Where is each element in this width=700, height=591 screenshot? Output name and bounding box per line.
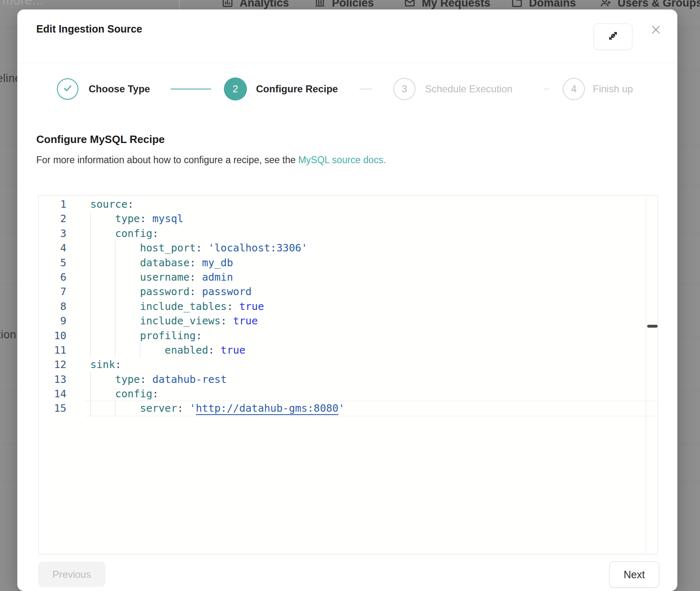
code-line[interactable]: 10profiling: [39,328,658,343]
indent-guide [90,256,91,270]
code-token-url: http://datahub-gms:8080 [196,402,338,415]
next-button[interactable]: Next [609,561,659,588]
code-line[interactable]: 7password: password [39,284,658,299]
indent-guide [90,328,91,343]
code-token-punct: : [140,373,152,385]
line-number: 1 [39,197,66,211]
expand-button[interactable] [594,23,632,50]
step-1-label[interactable]: Choose Type [89,78,150,100]
code-token-key: database [140,257,189,269]
code-token-scalar: admin [202,271,233,283]
indent-guide [90,226,91,241]
step-2-label[interactable]: Configure Recipe [256,78,338,100]
code-line[interactable]: 2type: mysql [39,211,658,226]
step-2-circle[interactable]: 2 [224,77,247,101]
line-number: 9 [39,314,66,328]
code-line[interactable]: 5database: my_db [39,256,658,270]
editor-scrollbar-thumb[interactable] [647,325,658,328]
code-token-str: 'localhost:3306' [208,242,308,254]
bg-text-fragment: tion [0,328,16,341]
indent-guide [90,372,91,387]
code-token-key: config [115,388,152,400]
code-line[interactable]: 9include_views: true [39,314,658,328]
code-token-key: type [115,373,140,385]
analytics-icon [222,0,233,9]
code-line[interactable]: 6username: admin [39,270,658,284]
code-line[interactable]: 3config: [39,226,658,241]
indent-guide [115,284,115,299]
code-lines: 1source:2type: mysql3config:4host_port: … [39,197,658,416]
line-number: 11 [39,343,66,357]
code-line[interactable]: 12sink: [39,357,658,372]
line-number: 12 [39,357,66,372]
modal-title: Edit Ingestion Source [36,23,142,35]
indent-guide [90,299,91,314]
domains-icon [511,0,523,9]
code-line[interactable]: 15server: 'http://datahub-gms:8080' [39,401,658,415]
step-4-number: 4 [571,83,576,95]
indent-guide [90,241,91,255]
stepper-connector [359,89,372,89]
code-token-scalar: datahub-rest [153,373,227,385]
code-line[interactable]: 14config: [39,387,658,401]
code-token-punct: : [140,213,152,225]
step-3-circle[interactable]: 3 [393,78,416,100]
code-token-key: source [90,198,127,210]
indent-guide [90,314,91,328]
step-3-label[interactable]: Schedule Execution [425,78,512,100]
line-number: 5 [39,256,66,270]
source-docs-link[interactable]: MySQL source docs. [298,155,386,165]
code-token-key: password [140,286,189,298]
indent-guide [90,401,91,415]
indent-guide [115,241,115,255]
page: { "background": { "search_fragment": "mo… [0,0,700,591]
code-token-punct: : [196,242,208,254]
code-line[interactable]: 8include_tables: true [39,299,658,314]
line-number: 15 [39,401,66,415]
section-description: For more information about how to config… [36,155,386,166]
code-token-key: host_port [140,242,195,254]
code-token-punct: : [196,330,202,342]
step-4-circle[interactable]: 4 [563,78,585,100]
code-token-key: include_tables [140,300,227,312]
code-line[interactable]: 13type: datahub-rest [39,372,658,387]
code-token-punct: : [190,271,202,283]
stepper-connector [544,89,549,89]
close-icon [650,24,662,37]
indent-guide [115,270,115,284]
edit-ingestion-source-modal: Edit Ingestion Source [17,9,677,591]
code-line[interactable]: 11enabled: true [39,343,658,357]
close-button[interactable] [647,21,665,40]
line-number: 4 [39,241,66,255]
my-requests-icon [404,0,416,9]
code-token-key: config [115,227,152,239]
line-number: 6 [39,270,66,284]
step-1-circle[interactable] [57,78,78,100]
stepper-connector [171,89,211,89]
indent-guide [90,284,91,299]
search-placeholder-fragment: more... [2,0,44,7]
indent-guide [115,401,115,415]
code-token-punct: : [208,344,221,356]
code-token-punct: : [177,402,190,414]
code-token-punct: : [190,257,202,269]
previous-button[interactable]: Previous [38,562,105,587]
line-number: 7 [39,284,66,299]
code-token-key: server [140,402,177,414]
code-token-punct: : [221,315,233,327]
indent-guide [115,343,115,357]
code-token-key: include_views [140,315,221,327]
line-number: 14 [39,387,66,401]
code-token-scalar: password [202,286,251,298]
recipe-code-editor[interactable]: 1source:2type: mysql3config:4host_port: … [38,195,658,554]
line-number: 13 [39,372,66,387]
line-number: 3 [39,226,66,241]
policies-icon [314,0,326,9]
code-line[interactable]: 4host_port: 'localhost:3306' [39,241,658,255]
indent-guide [140,343,140,357]
code-token-scalar: my_db [202,257,233,269]
indent-guide [90,211,91,226]
code-line[interactable]: 1source: [39,197,658,211]
step-4-label[interactable]: Finish up [593,78,633,100]
indent-guide [90,270,91,284]
